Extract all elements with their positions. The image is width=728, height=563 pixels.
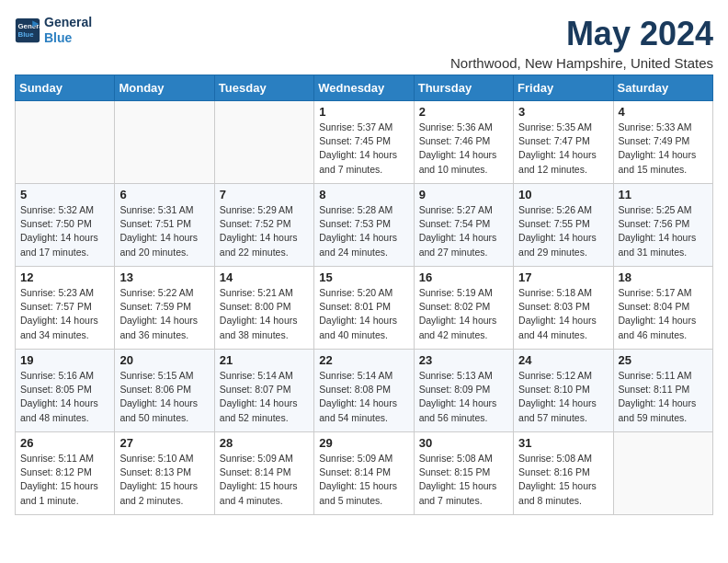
day-number: 11 (619, 188, 708, 201)
day-number: 2 (419, 105, 508, 119)
day-content: Sunrise: 5:22 AM Sunset: 7:59 PM Dayligh… (119, 286, 209, 342)
day-content: Sunrise: 5:16 AM Sunset: 8:05 PM Dayligh… (20, 369, 109, 425)
calendar-cell: 4Sunrise: 5:33 AM Sunset: 7:49 PM Daylig… (613, 101, 712, 184)
day-number: 29 (319, 436, 408, 450)
day-number: 12 (20, 270, 109, 284)
calendar-cell: 18Sunrise: 5:17 AM Sunset: 8:04 PM Dayli… (613, 267, 712, 350)
day-number: 10 (518, 188, 608, 201)
day-number: 3 (518, 105, 608, 119)
calendar-cell: 6Sunrise: 5:31 AM Sunset: 7:51 PM Daylig… (115, 184, 214, 267)
day-content: Sunrise: 5:14 AM Sunset: 8:08 PM Dayligh… (319, 369, 408, 425)
day-number: 31 (518, 436, 608, 450)
col-header-thursday: Thursday (414, 75, 513, 101)
day-number: 26 (20, 436, 109, 450)
day-content: Sunrise: 5:25 AM Sunset: 7:56 PM Dayligh… (619, 203, 708, 259)
calendar-cell: 19Sunrise: 5:16 AM Sunset: 8:05 PM Dayli… (16, 350, 115, 432)
logo: General Blue General Blue (15, 15, 92, 46)
day-content: Sunrise: 5:26 AM Sunset: 7:55 PM Dayligh… (518, 203, 608, 259)
day-content: Sunrise: 5:11 AM Sunset: 8:11 PM Dayligh… (619, 369, 708, 425)
calendar-cell: 25Sunrise: 5:11 AM Sunset: 8:11 PM Dayli… (613, 350, 712, 432)
col-header-saturday: Saturday (613, 75, 712, 101)
logo-icon: General Blue (15, 17, 40, 43)
header: General Blue General Blue May 2024 North… (15, 15, 713, 71)
day-content: Sunrise: 5:09 AM Sunset: 8:14 PM Dayligh… (319, 452, 408, 508)
day-number: 19 (20, 353, 109, 367)
col-header-friday: Friday (514, 75, 613, 101)
calendar-cell: 10Sunrise: 5:26 AM Sunset: 7:55 PM Dayli… (514, 184, 613, 267)
day-number: 16 (419, 270, 508, 284)
col-header-sunday: Sunday (16, 75, 115, 101)
day-content: Sunrise: 5:35 AM Sunset: 7:47 PM Dayligh… (518, 121, 608, 177)
svg-text:Blue: Blue (18, 30, 35, 39)
day-number: 8 (319, 188, 408, 201)
day-number: 13 (119, 270, 209, 284)
calendar-cell: 26Sunrise: 5:11 AM Sunset: 8:12 PM Dayli… (16, 432, 115, 515)
day-number: 25 (619, 353, 708, 367)
day-content: Sunrise: 5:23 AM Sunset: 7:57 PM Dayligh… (20, 286, 109, 342)
day-content: Sunrise: 5:10 AM Sunset: 8:13 PM Dayligh… (119, 452, 209, 508)
calendar-cell (214, 101, 313, 184)
day-content: Sunrise: 5:37 AM Sunset: 7:45 PM Dayligh… (319, 121, 408, 177)
day-content: Sunrise: 5:36 AM Sunset: 7:46 PM Dayligh… (419, 121, 508, 177)
calendar-cell: 28Sunrise: 5:09 AM Sunset: 8:14 PM Dayli… (214, 432, 313, 515)
day-content: Sunrise: 5:11 AM Sunset: 8:12 PM Dayligh… (20, 452, 109, 508)
calendar-cell: 24Sunrise: 5:12 AM Sunset: 8:10 PM Dayli… (514, 350, 613, 432)
calendar-cell: 30Sunrise: 5:08 AM Sunset: 8:15 PM Dayli… (414, 432, 513, 515)
col-header-wednesday: Wednesday (314, 75, 414, 101)
day-number: 6 (119, 188, 209, 201)
calendar-cell: 29Sunrise: 5:09 AM Sunset: 8:14 PM Dayli… (314, 432, 414, 515)
calendar-cell: 3Sunrise: 5:35 AM Sunset: 7:47 PM Daylig… (514, 101, 613, 184)
calendar-cell (613, 432, 712, 515)
calendar-cell (115, 101, 214, 184)
day-content: Sunrise: 5:19 AM Sunset: 8:02 PM Dayligh… (419, 286, 508, 342)
day-number: 23 (419, 353, 508, 367)
day-content: Sunrise: 5:20 AM Sunset: 8:01 PM Dayligh… (319, 286, 408, 342)
logo-text-blue: Blue (44, 30, 92, 46)
day-number: 24 (518, 353, 608, 367)
calendar-cell: 8Sunrise: 5:28 AM Sunset: 7:53 PM Daylig… (314, 184, 414, 267)
day-number: 18 (619, 270, 708, 284)
day-number: 9 (419, 188, 508, 201)
day-content: Sunrise: 5:29 AM Sunset: 7:52 PM Dayligh… (220, 203, 309, 259)
title-area: May 2024 Northwood, New Hampshire, Unite… (450, 15, 713, 71)
day-number: 17 (518, 270, 608, 284)
calendar-cell: 11Sunrise: 5:25 AM Sunset: 7:56 PM Dayli… (613, 184, 712, 267)
day-content: Sunrise: 5:31 AM Sunset: 7:51 PM Dayligh… (119, 203, 209, 259)
calendar-subtitle: Northwood, New Hampshire, United States (450, 55, 713, 71)
day-content: Sunrise: 5:12 AM Sunset: 8:10 PM Dayligh… (518, 369, 608, 425)
calendar-cell: 27Sunrise: 5:10 AM Sunset: 8:13 PM Dayli… (115, 432, 214, 515)
day-number: 20 (119, 353, 209, 367)
day-number: 14 (220, 270, 309, 284)
day-number: 21 (220, 353, 309, 367)
day-number: 28 (220, 436, 309, 450)
day-number: 1 (319, 105, 408, 119)
day-content: Sunrise: 5:21 AM Sunset: 8:00 PM Dayligh… (220, 286, 309, 342)
day-content: Sunrise: 5:08 AM Sunset: 8:15 PM Dayligh… (419, 452, 508, 508)
calendar-cell: 13Sunrise: 5:22 AM Sunset: 7:59 PM Dayli… (115, 267, 214, 350)
calendar-cell: 20Sunrise: 5:15 AM Sunset: 8:06 PM Dayli… (115, 350, 214, 432)
calendar-cell: 22Sunrise: 5:14 AM Sunset: 8:08 PM Dayli… (314, 350, 414, 432)
calendar-cell: 17Sunrise: 5:18 AM Sunset: 8:03 PM Dayli… (514, 267, 613, 350)
logo-text-general: General (44, 15, 92, 30)
day-number: 5 (20, 188, 109, 201)
calendar-cell: 1Sunrise: 5:37 AM Sunset: 7:45 PM Daylig… (314, 101, 414, 184)
calendar-cell: 16Sunrise: 5:19 AM Sunset: 8:02 PM Dayli… (414, 267, 513, 350)
col-header-monday: Monday (115, 75, 214, 101)
calendar-cell: 23Sunrise: 5:13 AM Sunset: 8:09 PM Dayli… (414, 350, 513, 432)
day-number: 22 (319, 353, 408, 367)
calendar-cell: 12Sunrise: 5:23 AM Sunset: 7:57 PM Dayli… (16, 267, 115, 350)
day-content: Sunrise: 5:15 AM Sunset: 8:06 PM Dayligh… (119, 369, 209, 425)
day-content: Sunrise: 5:32 AM Sunset: 7:50 PM Dayligh… (20, 203, 109, 259)
calendar-cell: 31Sunrise: 5:08 AM Sunset: 8:16 PM Dayli… (514, 432, 613, 515)
day-content: Sunrise: 5:17 AM Sunset: 8:04 PM Dayligh… (619, 286, 708, 342)
calendar-cell: 9Sunrise: 5:27 AM Sunset: 7:54 PM Daylig… (414, 184, 513, 267)
day-content: Sunrise: 5:18 AM Sunset: 8:03 PM Dayligh… (518, 286, 608, 342)
calendar-cell: 15Sunrise: 5:20 AM Sunset: 8:01 PM Dayli… (314, 267, 414, 350)
day-content: Sunrise: 5:27 AM Sunset: 7:54 PM Dayligh… (419, 203, 508, 259)
calendar-title: May 2024 (450, 15, 713, 53)
day-content: Sunrise: 5:14 AM Sunset: 8:07 PM Dayligh… (220, 369, 309, 425)
day-content: Sunrise: 5:09 AM Sunset: 8:14 PM Dayligh… (220, 452, 309, 508)
day-number: 15 (319, 270, 408, 284)
day-number: 7 (220, 188, 309, 201)
calendar-cell (16, 101, 115, 184)
